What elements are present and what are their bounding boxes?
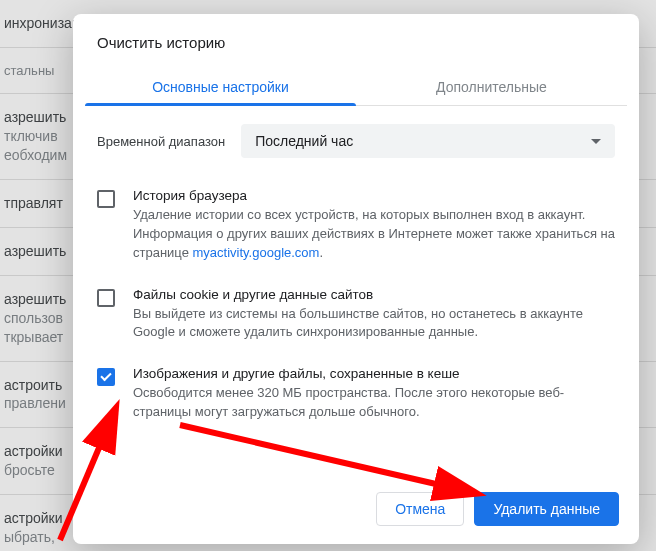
dialog-footer: Отмена Удалить данные <box>73 480 639 544</box>
dialog-title: Очистить историю <box>73 14 639 57</box>
option-desc: Вы выйдете из системы на большинстве сай… <box>133 305 615 343</box>
clear-data-button[interactable]: Удалить данные <box>474 492 619 526</box>
tab-advanced[interactable]: Дополнительные <box>356 67 627 105</box>
time-range-label: Временной диапазон <box>97 134 225 149</box>
option-cookies: Файлы cookie и другие данные сайтов Вы в… <box>97 277 615 357</box>
option-text: История браузера Удаление истории со все… <box>133 188 615 263</box>
cancel-button[interactable]: Отмена <box>376 492 464 526</box>
dropdown-selected: Последний час <box>255 133 353 149</box>
checkbox-browsing-history[interactable] <box>97 190 115 208</box>
clear-browsing-data-dialog: Очистить историю Основные настройки Допо… <box>73 14 639 544</box>
chevron-down-icon <box>591 139 601 144</box>
option-title: История браузера <box>133 188 615 203</box>
option-browsing-history: История браузера Удаление истории со все… <box>97 178 615 277</box>
myactivity-link[interactable]: myactivity.google.com <box>193 245 320 260</box>
dialog-tabs: Основные настройки Дополнительные <box>85 67 627 106</box>
tab-basic[interactable]: Основные настройки <box>85 67 356 105</box>
option-text: Изображения и другие файлы, сохраненные … <box>133 366 615 422</box>
checkbox-cached-images[interactable] <box>97 368 115 386</box>
option-desc: Удаление истории со всех устройств, на к… <box>133 206 615 263</box>
time-range-row: Временной диапазон Последний час <box>97 124 615 158</box>
option-cached-images: Изображения и другие файлы, сохраненные … <box>97 356 615 436</box>
option-title: Файлы cookie и другие данные сайтов <box>133 287 615 302</box>
option-title: Изображения и другие файлы, сохраненные … <box>133 366 615 381</box>
option-text: Файлы cookie и другие данные сайтов Вы в… <box>133 287 615 343</box>
time-range-dropdown[interactable]: Последний час <box>241 124 615 158</box>
dialog-body: Временной диапазон Последний час История… <box>73 106 639 480</box>
option-desc: Освободится менее 320 МБ пространства. П… <box>133 384 615 422</box>
checkbox-cookies[interactable] <box>97 289 115 307</box>
